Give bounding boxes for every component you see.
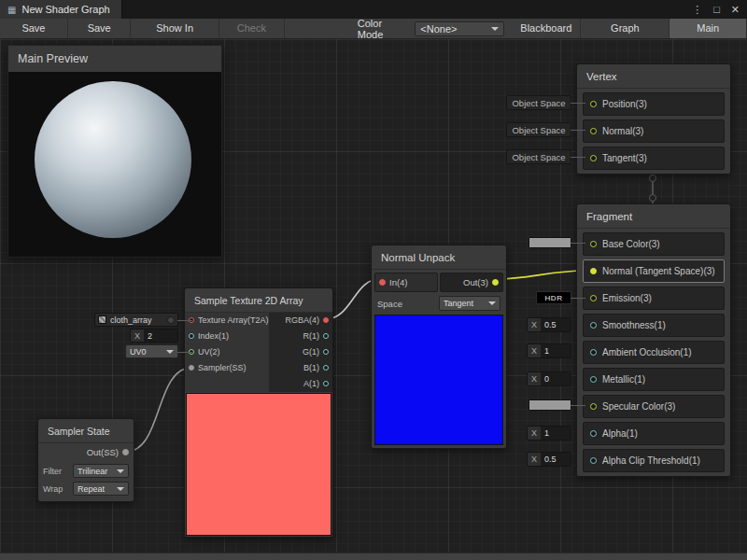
bottom-scrollbar[interactable] <box>0 553 747 560</box>
alpha-value[interactable]: 1 <box>541 427 571 440</box>
position-port-icon[interactable] <box>590 101 597 107</box>
r-port-icon[interactable] <box>323 333 329 339</box>
g-port-icon[interactable] <box>323 349 329 355</box>
sample-texture-node-title[interactable]: Sample Texture 2D Array <box>185 288 332 313</box>
index-value[interactable]: 2 <box>144 329 177 342</box>
normal-port-icon[interactable] <box>590 128 597 134</box>
emission-hdr-field[interactable]: HDR <box>536 291 571 304</box>
sampler-state-output[interactable]: Out(SS) <box>38 443 134 462</box>
position-space-binding[interactable]: Object Space <box>506 95 571 110</box>
index-port-icon[interactable] <box>189 333 194 339</box>
sampler-state-node[interactable]: Sampler State Out(SS) Filter Trilinear W… <box>37 418 134 502</box>
graph-canvas[interactable]: Main Preview Vertex Position(3) Normal(3… <box>0 39 747 553</box>
tangent-port-icon[interactable] <box>590 155 597 161</box>
toolbar: Save Asset Save As... Show In Project Ch… <box>0 19 747 39</box>
metallic-value[interactable]: 0 <box>541 372 571 385</box>
smoothness-value[interactable]: 0.5 <box>541 318 571 331</box>
vertex-slot-position[interactable]: Position(3) <box>583 92 725 116</box>
b-port-icon[interactable] <box>323 365 329 371</box>
space-dropdown[interactable]: Tangent <box>439 296 500 311</box>
out-ss-port-icon[interactable] <box>122 449 129 455</box>
output-a[interactable]: A(1) <box>270 376 332 392</box>
normal-port-icon[interactable] <box>590 268 597 274</box>
vertex-slot-tangent[interactable]: Tangent(3) <box>583 147 725 170</box>
object-picker-icon[interactable] <box>167 316 175 324</box>
wire-out-to-normal[interactable] <box>496 271 585 279</box>
color-mode-dropdown[interactable]: <None> <box>415 21 504 36</box>
sampler-state-node-title[interactable]: Sampler State <box>38 419 134 443</box>
a-port-icon[interactable] <box>323 381 329 386</box>
vertex-node-title[interactable]: Vertex <box>577 64 730 89</box>
fragment-slot-specular-color[interactable]: Specular Color(3) <box>583 395 725 418</box>
vertex-node[interactable]: Vertex Position(3) Normal(3) Tangent(3) <box>576 63 731 175</box>
alpha-input[interactable]: X 1 <box>527 426 571 441</box>
output-rgba[interactable]: RGBA(4) <box>270 313 332 329</box>
ambient-occlusion-value[interactable]: 1 <box>541 344 571 357</box>
alpha-clip-threshold-port-icon[interactable] <box>590 457 597 464</box>
emission-port-icon[interactable] <box>590 295 597 301</box>
slot-label: Tangent(3) <box>602 153 647 163</box>
normal-unpack-input[interactable]: In(4) <box>374 273 438 292</box>
show-in-project-button[interactable]: Show In Project <box>131 19 218 38</box>
input-texture-array[interactable]: Texture Array(T2A) <box>185 313 269 329</box>
vertex-slot-normal[interactable]: Normal(3) <box>583 119 725 143</box>
output-r[interactable]: R(1) <box>270 329 332 344</box>
slot-label: Smoothness(1) <box>602 320 666 330</box>
texture-array-object-field[interactable]: cloth_array <box>94 313 178 327</box>
tangent-space-binding[interactable]: Object Space <box>506 149 571 164</box>
graph-inspector-toggle[interactable]: Graph Inspector <box>581 19 669 38</box>
normal-unpack-node-title[interactable]: Normal Unpack <box>372 245 506 270</box>
metallic-input[interactable]: X 0 <box>527 371 571 386</box>
input-uv[interactable]: UV(2) <box>185 344 269 360</box>
metallic-port-icon[interactable] <box>590 376 597 383</box>
fragment-slot-normal-tangent-space[interactable]: Normal (Tangent Space)(3) <box>583 259 725 283</box>
wire-samplerstate-to-sampler[interactable] <box>126 368 191 452</box>
uv-channel-dropdown[interactable]: UV0 <box>125 344 178 358</box>
output-g[interactable]: G(1) <box>270 344 332 360</box>
normal-unpack-node[interactable]: Normal Unpack In(4) Out(3) Space Tangent <box>371 245 507 449</box>
maximize-icon[interactable]: □ <box>713 0 720 19</box>
fragment-slot-alpha[interactable]: Alpha(1) <box>583 422 725 445</box>
sample-texture-2d-array-node[interactable]: Sample Texture 2D Array Texture Array(T2… <box>184 287 333 538</box>
base-color-port-icon[interactable] <box>590 241 597 247</box>
input-index[interactable]: Index(1) <box>185 329 269 344</box>
out-port-icon[interactable] <box>492 279 499 286</box>
alpha-clip-threshold-value[interactable]: 0.5 <box>541 453 571 466</box>
main-preview-viewport[interactable] <box>8 72 221 257</box>
sampler-port-icon[interactable] <box>189 365 194 371</box>
output-b[interactable]: B(1) <box>270 360 332 376</box>
wrap-dropdown[interactable]: Repeat <box>73 482 129 496</box>
fragment-slot-base-color[interactable]: Base Color(3) <box>583 232 725 256</box>
base-color-swatch[interactable] <box>529 237 571 248</box>
normal-unpack-output[interactable]: Out(3) <box>440 273 503 292</box>
fragment-slot-alpha-clip-threshold[interactable]: Alpha Clip Threshold(1) <box>583 449 725 472</box>
normal-space-binding[interactable]: Object Space <box>506 122 571 137</box>
ambient-occlusion-input[interactable]: X 1 <box>527 343 571 358</box>
smoothness-input[interactable]: X 0.5 <box>527 317 571 332</box>
alpha-port-icon[interactable] <box>590 430 597 437</box>
in-port-icon[interactable] <box>379 279 386 286</box>
fragment-node[interactable]: Fragment Base Color(3) Normal (Tangent S… <box>576 203 731 477</box>
fragment-slot-smoothness[interactable]: Smoothness(1) <box>583 314 725 337</box>
save-as-button[interactable]: Save As... <box>68 19 132 38</box>
main-preview-header[interactable]: Main Preview <box>8 46 221 72</box>
alpha-clip-threshold-input[interactable]: X 0.5 <box>527 452 571 467</box>
specular-color-port-icon[interactable] <box>590 403 597 410</box>
specular-color-swatch[interactable] <box>529 399 571 411</box>
ambient-occlusion-port-icon[interactable] <box>590 349 597 356</box>
document-tab[interactable]: ▦ New Shader Graph <box>0 0 122 19</box>
input-sampler[interactable]: Sampler(SS) <box>185 360 269 376</box>
filter-dropdown[interactable]: Trilinear <box>73 464 129 478</box>
fragment-node-title[interactable]: Fragment <box>577 204 730 229</box>
blackboard-toggle[interactable]: Blackboard <box>512 19 581 38</box>
save-asset-button[interactable]: Save Asset <box>0 19 68 38</box>
close-icon[interactable]: ✕ <box>731 0 740 19</box>
fragment-slot-emission[interactable]: Emission(3) <box>583 287 725 310</box>
fragment-slot-metallic[interactable]: Metallic(1) <box>583 368 725 391</box>
rgba-port-icon[interactable] <box>323 317 329 323</box>
index-input[interactable]: X 2 <box>130 329 178 343</box>
main-preview-toggle[interactable]: Main Preview <box>669 19 747 38</box>
smoothness-port-icon[interactable] <box>590 322 597 329</box>
fragment-slot-ambient-occlusion[interactable]: Ambient Occlusion(1) <box>583 341 725 364</box>
menu-icon[interactable]: ⋮ <box>692 0 702 19</box>
